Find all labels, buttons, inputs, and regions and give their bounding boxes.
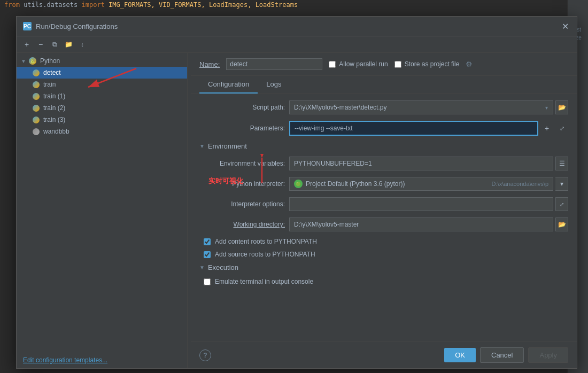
script-path-input[interactable] (289, 100, 540, 114)
add-config-button[interactable]: + (21, 38, 33, 50)
interp-expand-button[interactable]: ▾ (555, 177, 568, 191)
env-vars-input[interactable] (289, 157, 553, 170)
execution-section-header: ▼ Execution (199, 263, 568, 271)
edit-templates-link[interactable]: Edit configuration templates... (17, 352, 187, 368)
tab-configuration[interactable]: Configuration (199, 76, 258, 94)
params-add-button[interactable]: + (540, 121, 553, 136)
tabs-bar: Configuration Logs (191, 76, 577, 94)
python-interp-label: Python interpreter: (199, 180, 285, 188)
interp-options-expand-btn[interactable]: ⤢ (555, 197, 568, 211)
working-dir-browse-button[interactable]: 📂 (555, 217, 568, 231)
env-vars-label: Environment variables: (199, 160, 285, 167)
script-path-dropdown-arrow[interactable]: ▾ (540, 100, 553, 114)
tree-item-train3[interactable]: train (3) (17, 114, 187, 126)
left-panel: ▼ 🐍 Python detect (17, 53, 188, 368)
close-button[interactable]: ✕ (560, 21, 570, 32)
item-icon-detect (32, 68, 40, 77)
bottom-bar: ? OK Cancel Apply (191, 341, 577, 368)
interp-path: D:\x\anaconda\envs\p (492, 181, 548, 187)
working-dir-input[interactable] (289, 217, 553, 231)
tree-item-detect[interactable]: detect (17, 67, 187, 79)
emulate-terminal-row: Emulate terminal in output console (199, 278, 568, 285)
item-label-train3: train (3) (43, 116, 65, 123)
emulate-terminal-label: Emulate terminal in output console (215, 278, 313, 285)
env-section-title: Environment (208, 142, 247, 150)
name-row: Name: Allow parallel run Store as projec… (191, 53, 577, 76)
interp-options-control: ⤢ (289, 197, 568, 211)
tree-expand-arrow: ▼ (21, 58, 26, 64)
env-vars-control: ☰ (289, 157, 568, 170)
python-group-header[interactable]: ▼ 🐍 Python (17, 55, 187, 67)
add-source-roots-checkbox[interactable] (204, 251, 211, 258)
env-vars-edit-button[interactable]: ☰ (555, 157, 568, 170)
remove-config-button[interactable]: − (35, 38, 47, 50)
item-icon-train3 (32, 115, 40, 124)
item-icon-train2 (32, 104, 40, 112)
tree-item-train2[interactable]: train (2) (17, 102, 187, 114)
interp-options-label: Interpreter options: (199, 200, 285, 208)
parameters-label: Parameters: (199, 125, 285, 132)
params-expand-button[interactable]: ⤢ (555, 121, 568, 136)
item-icon-train (32, 80, 40, 89)
main-content: ▼ 🐍 Python detect (17, 53, 577, 368)
apply-button[interactable]: Apply (528, 347, 568, 363)
parameters-input[interactable] (289, 121, 538, 136)
gear-icon[interactable]: ⚙ (466, 60, 473, 68)
working-dir-row: Working directory: 📂 (199, 217, 568, 231)
script-path-browse-button[interactable]: 📂 (555, 100, 568, 114)
tree-item-train[interactable]: train (17, 79, 187, 90)
add-content-roots-checkbox[interactable] (204, 238, 211, 245)
move-config-button[interactable]: 📁 (63, 38, 74, 50)
sort-config-button[interactable]: ↕ (76, 38, 88, 50)
allow-parallel-checkbox[interactable] (329, 61, 336, 68)
item-label-wandbbb: wandbbb (43, 128, 69, 135)
right-panel: Name: Allow parallel run Store as projec… (191, 53, 577, 368)
add-content-roots-row: Add content roots to PYTHONPATH (199, 238, 568, 245)
emulate-terminal-checkbox[interactable] (204, 278, 211, 285)
store-project-label: Store as project file (405, 60, 460, 68)
script-path-dropdown: ▾ (289, 100, 553, 114)
py-small-icon-6 (33, 128, 40, 135)
tab-logs[interactable]: Logs (258, 76, 290, 94)
add-source-roots-label: Add source roots to PYTHONPATH (215, 251, 315, 258)
parameters-row: Parameters: + ⤢ (199, 121, 568, 136)
ok-button[interactable]: OK (444, 348, 476, 362)
dialog-title: Run/Debug Configurations (36, 22, 118, 30)
interp-status-icon: 🟢 (294, 180, 303, 188)
help-button[interactable]: ? (199, 349, 211, 361)
python-group-label: Python (40, 57, 60, 65)
py-small-icon-3 (33, 93, 40, 100)
item-label-train: train (43, 81, 56, 88)
add-content-roots-label: Add content roots to PYTHONPATH (215, 238, 317, 245)
item-label-train1: train (1) (43, 92, 65, 100)
script-path-label: Script path: (199, 104, 285, 111)
name-input[interactable] (226, 58, 322, 70)
dialog-icon: PC (23, 22, 32, 30)
script-path-control: ▾ 📂 (289, 100, 568, 114)
cancel-button[interactable]: Cancel (480, 347, 524, 363)
tree-item-wandbbb[interactable]: wandbbb (17, 126, 187, 137)
exec-section-arrow: ▼ (199, 265, 205, 270)
python-interp-select[interactable]: 🟢 Project Default (Python 3.6 (pytor)) D… (289, 177, 553, 191)
py-icon: 🐍 (29, 57, 36, 65)
interp-options-input[interactable] (289, 197, 553, 211)
item-icon-wandbbb (32, 127, 40, 136)
py-small-icon-4 (33, 105, 40, 112)
parameters-control: + ⤢ (289, 121, 568, 136)
py-small-icon-2 (33, 81, 40, 88)
env-vars-row: Environment variables: ☰ (199, 157, 568, 170)
environment-section-header: ▼ Environment (199, 142, 568, 150)
py-small-icon-5 (33, 116, 40, 123)
name-label: Name: (199, 60, 220, 68)
tree-item-train1[interactable]: train (1) (17, 90, 187, 102)
copy-config-button[interactable]: ⧉ (49, 38, 60, 50)
item-label-detect: detect (43, 69, 61, 76)
exec-section-title: Execution (208, 263, 238, 271)
run-debug-dialog: PC Run/Debug Configurations ✕ + − ⧉ 📁 ↕ … (16, 16, 577, 369)
allow-parallel-group: Allow parallel run (329, 60, 388, 68)
add-source-roots-row: Add source roots to PYTHONPATH (199, 251, 568, 258)
config-tree: ▼ 🐍 Python detect (17, 53, 187, 352)
python-group-icon: 🐍 (28, 57, 37, 65)
config-content: Script path: ▾ 📂 Parameters: (191, 94, 577, 341)
store-project-checkbox[interactable] (394, 61, 401, 68)
